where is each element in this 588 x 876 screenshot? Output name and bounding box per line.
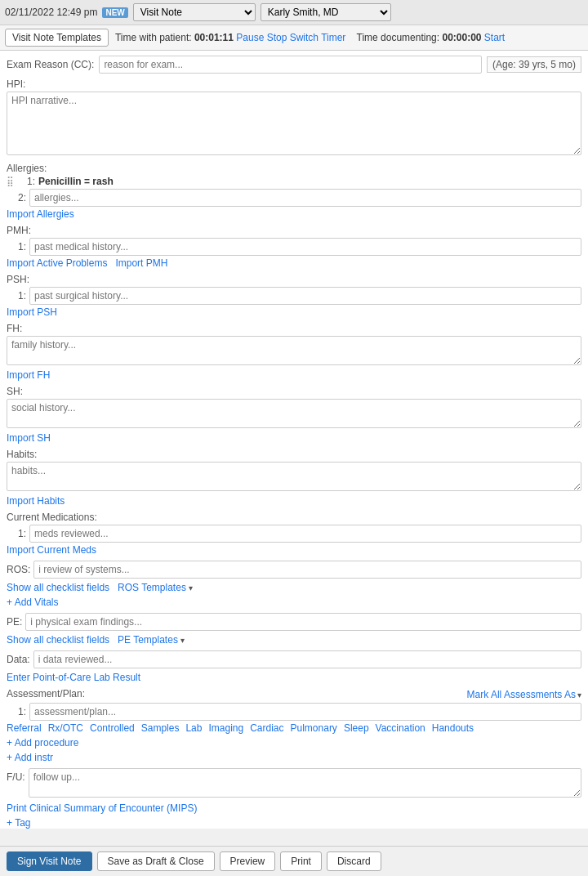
imaging-link[interactable]: Imaging [208,722,243,734]
pe-templates-link[interactable]: PE Templates ▾ [118,634,185,646]
pmh-input-1[interactable] [29,238,581,256]
allergy-row-1: ⣿ 1: Penicillin = rash [7,176,581,187]
psh-row-1: 1: [7,287,581,305]
controlled-link[interactable]: Controlled [90,722,135,734]
allergies-section: Allergies: ⣿ 1: Penicillin = rash 2: Imp… [7,163,581,220]
new-badge: NEW [102,7,127,18]
print-clinical-link[interactable]: Print Clinical Summary of Encounter (MIP… [7,802,197,814]
hpi-textarea[interactable] [7,92,581,155]
assessment-action-links: Referral Rx/OTC Controlled Samples Lab I… [7,722,581,734]
pulmonary-link[interactable]: Pulmonary [291,722,337,734]
allergy-input-2[interactable] [29,189,581,207]
fh-textarea[interactable] [7,336,581,365]
toolbar: Visit Note Templates Time with patient: … [0,25,588,51]
allergy-num-1: 1: [16,176,38,187]
referral-link[interactable]: Referral [7,722,42,734]
import-pmh-link[interactable]: Import PMH [115,257,167,269]
hpi-section: HPI: [7,78,581,158]
pmh-row-1: 1: [7,238,581,256]
psh-links: Import PSH [7,306,581,318]
pe-show-all-link[interactable]: Show all checklist fields [7,634,109,646]
enter-lab-result-link[interactable]: Enter Point-of-Care Lab Result [7,672,140,683]
ros-input[interactable] [33,561,581,579]
habits-links: Import Habits [7,495,581,507]
fh-section: FH: Import FH [7,323,581,381]
followup-label: F/U: [7,768,25,783]
allergy-text-1: Penicillin = rash [38,176,114,187]
add-tag-link[interactable]: + Tag [7,817,30,829]
habits-textarea[interactable] [7,462,581,491]
psh-input-1[interactable] [29,287,581,305]
import-allergies-link[interactable]: Import Allergies [7,208,74,220]
current-meds-section: Current Medications: 1: Import Current M… [7,512,581,556]
import-psh-link[interactable]: Import PSH [7,306,57,318]
pause-link[interactable]: Pause [236,32,264,43]
sh-section: SH: Import SH [7,386,581,444]
import-fh-link[interactable]: Import FH [7,369,50,381]
import-current-meds-link[interactable]: Import Current Meds [7,544,96,556]
import-habits-link[interactable]: Import Habits [7,495,65,507]
patient-time: 00:01:11 [194,32,234,43]
assessment-plan-section: Assessment/Plan: Mark All Assessments As… [7,688,581,763]
fh-links: Import FH [7,369,581,381]
handouts-link[interactable]: Handouts [432,722,474,734]
current-meds-input-1[interactable] [29,525,581,543]
sh-label: SH: [7,386,581,397]
mark-all-dropdown-icon[interactable]: ▾ [577,691,581,699]
assessment-add-instr-row: + Add instr [7,752,581,763]
vaccination-link[interactable]: Vaccination [376,722,425,734]
allergies-label: Allergies: [7,163,581,174]
assessment-row-1: 1: [7,703,581,721]
top-bar: 02/11/2022 12:49 pm NEW Visit Note Karly… [0,0,588,25]
main-content: Exam Reason (CC): (Age: 39 yrs, 5 mo) HP… [0,51,588,829]
pe-links: Show all checklist fields PE Templates ▾ [7,634,581,646]
visit-note-select[interactable]: Visit Note [133,3,256,21]
samples-link[interactable]: Samples [141,722,180,734]
pe-templates-dropdown-icon[interactable]: ▾ [180,636,185,645]
import-active-problems-link[interactable]: Import Active Problems [7,257,107,269]
cardiac-link[interactable]: Cardiac [250,722,283,734]
data-input[interactable] [33,650,581,668]
doc-time: 00:00:00 [442,32,481,43]
exam-reason-input[interactable] [99,56,482,74]
lab-link[interactable]: Lab [185,722,202,734]
current-meds-label: Current Medications: [7,512,581,523]
allergy-row-2: 2: [7,189,581,207]
allergy-num-2: 2: [7,192,29,203]
add-procedure-link[interactable]: + Add procedure [7,737,78,749]
import-sh-link[interactable]: Import SH [7,432,51,444]
ros-show-all-link[interactable]: Show all checklist fields [7,582,109,593]
psh-section: PSH: 1: Import PSH [7,274,581,318]
mark-all-link[interactable]: Mark All Assessments As ▾ [467,689,581,700]
psh-num-1: 1: [7,290,29,302]
switch-timer-link[interactable]: Switch Timer [290,32,346,43]
pe-input[interactable] [25,613,581,631]
doctor-select[interactable]: Karly Smith, MD [261,3,391,21]
ros-templates-dropdown-icon[interactable]: ▾ [189,583,193,592]
psh-label: PSH: [7,274,581,285]
assessment-add-links: + Add procedure [7,737,581,749]
rx-otc-link[interactable]: Rx/OTC [48,722,83,734]
add-instr-link[interactable]: + Add instr [7,752,53,763]
assessment-plan-label: Assessment/Plan: [7,688,85,699]
ros-links: Show all checklist fields ROS Templates … [7,582,581,593]
current-meds-num-1: 1: [7,528,29,539]
pmh-label: PMH: [7,225,581,236]
hpi-label: HPI: [7,78,581,90]
assessment-input-1[interactable] [29,703,581,721]
current-meds-row-1: 1: [7,525,581,543]
print-clinical-row: Print Clinical Summary of Encounter (MIP… [7,802,581,814]
followup-field-row: F/U: [7,768,581,798]
current-meds-links: Import Current Meds [7,544,581,556]
stop-link[interactable]: Stop [267,32,287,43]
ros-add-vitals-link[interactable]: + Add Vitals [7,597,59,608]
sh-textarea[interactable] [7,399,581,428]
visit-note-templates-button[interactable]: Visit Note Templates [5,29,109,47]
start-link[interactable]: Start [484,32,505,43]
pmh-links: Import Active Problems Import PMH [7,257,581,269]
assessment-num-1: 1: [7,706,29,717]
followup-textarea[interactable] [29,768,581,798]
sleep-link[interactable]: Sleep [344,722,369,734]
pmh-num-1: 1: [7,241,29,253]
ros-templates-link[interactable]: ROS Templates ▾ [118,582,193,593]
